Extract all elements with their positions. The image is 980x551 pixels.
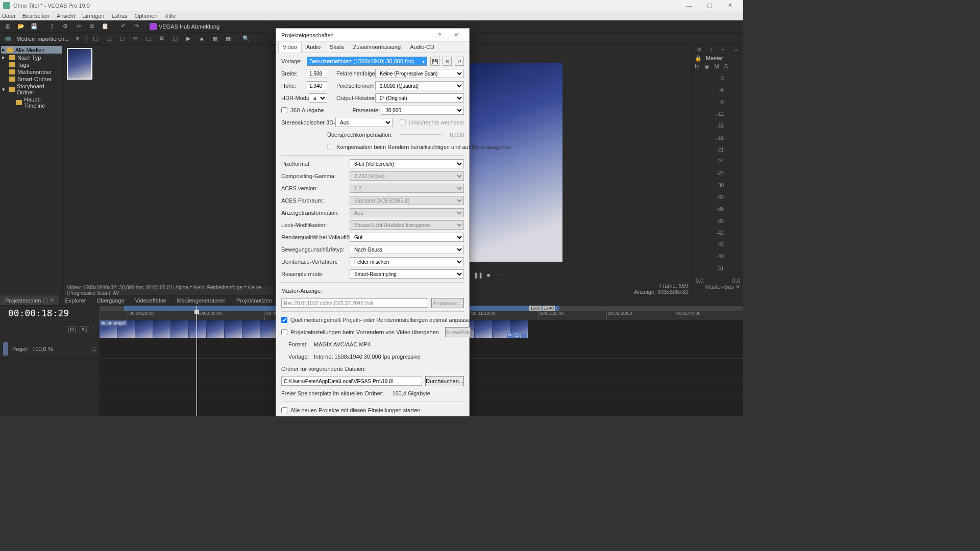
track-header-1b[interactable]: Pegel: 100,0 % ▢ xyxy=(0,339,100,359)
dialog-titlebar[interactable]: Projekteigenschaften ? ✕ xyxy=(276,29,469,42)
template-select[interactable]: Benutzerdefiniert (1508x1940; 30,000 fps… xyxy=(307,57,427,66)
t2-btn2[interactable]: ▢ xyxy=(104,34,113,43)
play-icon[interactable]: ▶ xyxy=(184,34,193,43)
new-icon[interactable]: ▥ xyxy=(3,22,12,31)
media-thumbnail[interactable] xyxy=(67,48,92,80)
close-button[interactable]: ✕ xyxy=(720,0,740,11)
t2-btn7[interactable]: ▢ xyxy=(170,34,180,43)
menu-einfuegen[interactable]: Einfügen xyxy=(82,13,104,19)
redo-icon[interactable]: ↷ xyxy=(132,22,141,31)
menu-extras[interactable]: Extras xyxy=(111,13,127,19)
all-new-projects-checkbox[interactable] xyxy=(281,407,287,413)
open-icon[interactable]: 📂 xyxy=(16,22,26,31)
import-button[interactable]: Medien importieren... xyxy=(16,36,69,42)
stop-icon[interactable]: ■ xyxy=(197,34,206,43)
paste-icon[interactable]: 📋 xyxy=(101,22,110,31)
tab-projektnotizen[interactable]: Projektnotizen xyxy=(231,295,278,305)
pixelaspect-select[interactable]: 1,0000 (Quadrat) xyxy=(375,81,464,90)
capture-icon[interactable]: 📹 xyxy=(3,34,12,43)
t2-btn3[interactable]: ▢ xyxy=(117,34,127,43)
media-bin[interactable]: Video: 1508x1940x32; 30,000 fps; 00:00:0… xyxy=(64,45,274,295)
stereo3d-select[interactable]: Aus xyxy=(335,118,393,127)
tree-smart-ordner[interactable]: Smart-Ordner xyxy=(1,76,62,83)
tab-zusammenfassung[interactable]: Zusammenfassung xyxy=(349,42,406,53)
preview-next-icon[interactable]: ⋯ xyxy=(495,271,502,279)
delete-template-icon[interactable]: ✕ xyxy=(443,57,452,66)
dropdown-arrow-icon[interactable]: ▾ xyxy=(73,34,82,43)
solo-button[interactable]: S xyxy=(80,326,87,333)
deinterlace-select[interactable]: Felder mischen xyxy=(350,257,464,266)
copy-icon[interactable]: ⧉ xyxy=(87,22,96,31)
undo-icon[interactable]: ↶ xyxy=(118,22,128,31)
timecode-display[interactable]: 00:00:18:29 xyxy=(0,308,100,318)
t2-btn8[interactable]: ▦ xyxy=(210,34,219,43)
track-header-1[interactable]: M S ⋮ xyxy=(0,320,100,339)
tree-haupt-timeline[interactable]: Haupt-Timeline xyxy=(1,96,62,109)
t2-btn1[interactable]: ▢ xyxy=(91,34,100,43)
pixelformat-select[interactable]: 8-bit (Vollbereich) xyxy=(350,159,464,168)
t2-btn4[interactable]: ✂ xyxy=(131,34,140,43)
preview-stop-icon[interactable]: ■ xyxy=(485,271,492,279)
360-checkbox[interactable] xyxy=(281,107,287,113)
tree-alle-medien[interactable]: ▸ Alle Medien xyxy=(1,46,62,54)
prerender-override-checkbox[interactable] xyxy=(281,329,287,335)
preview-pause-icon[interactable]: ❚❚ xyxy=(475,271,482,279)
fader-icon[interactable]: ⫟ xyxy=(720,46,726,53)
hdr-select[interactable]: aus xyxy=(309,93,327,103)
tab-videoeffekte[interactable]: Videoeffekte xyxy=(130,295,172,305)
maximize-button[interactable]: ▢ xyxy=(699,0,720,11)
menu-bearbeiten[interactable]: Bearbeiten xyxy=(22,13,50,19)
tree-tags[interactable]: Tags xyxy=(1,61,62,68)
adjust-source-checkbox[interactable] xyxy=(281,317,287,323)
mute-button[interactable]: M xyxy=(68,326,76,333)
track-menu-icon[interactable]: ⋮ xyxy=(91,326,96,333)
rotation-select[interactable]: 0° (Original) xyxy=(375,93,464,103)
tab-audio[interactable]: Audio xyxy=(302,42,325,53)
resample-select[interactable]: Smart-Resampling xyxy=(350,269,464,279)
tab-mediengeneratoren[interactable]: Mediengeneratoren xyxy=(172,295,231,305)
playhead[interactable] xyxy=(197,306,197,320)
save-icon[interactable]: 💾 xyxy=(30,22,39,31)
height-input[interactable] xyxy=(307,81,327,90)
tab-skala[interactable]: Skala xyxy=(325,42,349,53)
gear-icon[interactable]: ⚙ xyxy=(697,46,702,53)
menu-optionen[interactable]: Optionen xyxy=(135,13,158,19)
track-fx-icon[interactable]: ▢ xyxy=(91,345,96,352)
width-input[interactable] xyxy=(307,69,327,78)
tab-uebergaenge[interactable]: Übergänge xyxy=(91,295,130,305)
framerate-select[interactable]: 30,000 xyxy=(381,106,464,115)
timeline-cursor[interactable] xyxy=(197,320,197,416)
save-template-icon[interactable]: 💾 xyxy=(430,57,439,66)
menu-datei[interactable]: Datei xyxy=(2,13,15,19)
dialog-help-icon[interactable]: ? xyxy=(431,29,448,42)
tab-explorer[interactable]: Explorer xyxy=(60,295,91,305)
tab-video[interactable]: Video xyxy=(278,42,302,53)
render-icon[interactable]: ⤴ xyxy=(47,22,57,31)
sliders-icon[interactable]: ⫠ xyxy=(733,46,739,53)
tree-storyboard[interactable]: ▾Storyboard-Ordner xyxy=(1,83,62,96)
search-icon[interactable]: 🔍 xyxy=(241,34,251,43)
fieldorder-select[interactable]: Keine (Progressive Scan) xyxy=(375,69,464,78)
properties-icon[interactable]: ⚙ xyxy=(61,22,70,31)
dialog-close-icon[interactable]: ✕ xyxy=(448,29,464,42)
durchsuchen-button[interactable]: Durchsuchen... xyxy=(425,376,464,386)
t2-btn5[interactable]: ▢ xyxy=(144,34,153,43)
lock-icon[interactable]: 🔒 xyxy=(695,55,702,62)
tree-nach-typ[interactable]: ▸Nach Typ xyxy=(1,54,62,61)
t2-btn6[interactable]: ⚙ xyxy=(157,34,166,43)
tree-medienordner[interactable]: Medienordner xyxy=(1,68,62,76)
match-media-icon[interactable]: ⇄ xyxy=(455,57,464,66)
tab-projektmedien[interactable]: Projektmedien▢ ✕ xyxy=(0,295,60,305)
motionblur-select[interactable]: Nach Gauss xyxy=(350,245,464,254)
tab-audio-cd[interactable]: Audio-CD xyxy=(405,42,439,53)
menu-hilfe[interactable]: Hilfe xyxy=(164,13,176,19)
minimize-button[interactable]: — xyxy=(679,0,699,11)
clip-fx-icon[interactable]: fx xyxy=(507,333,513,338)
renderq-select[interactable]: Gut xyxy=(350,233,464,242)
menu-ansicht[interactable]: Ansicht xyxy=(57,13,75,19)
t2-btn9[interactable]: ▦ xyxy=(224,34,233,43)
meter-icon[interactable]: ⫞ xyxy=(709,46,713,53)
cut-icon[interactable]: ✂ xyxy=(74,22,83,31)
clip-gen-icon[interactable]: ▢ xyxy=(514,333,520,338)
prerender-folder-input[interactable] xyxy=(281,377,422,386)
